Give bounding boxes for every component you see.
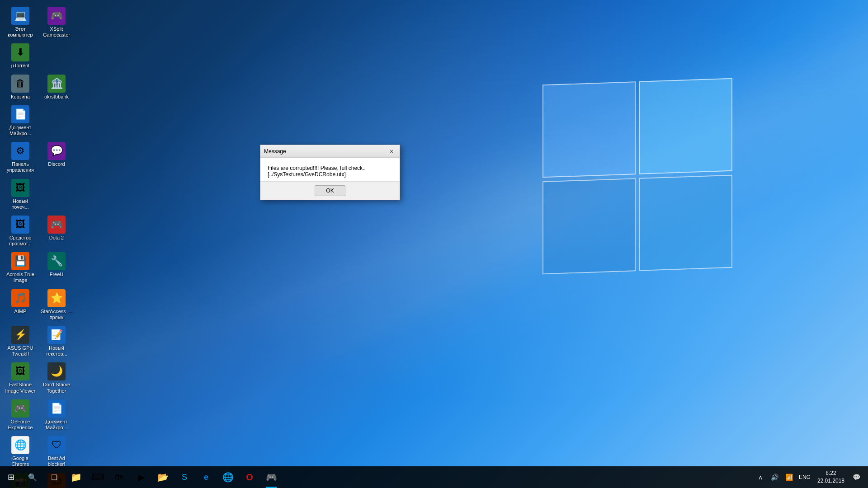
icon-geforce[interactable]: 🎮 GeForceExperience xyxy=(2,397,38,433)
xsplit-icon: 🎮 xyxy=(47,7,66,25)
acronis-label: Acronis TrueImage xyxy=(6,272,34,283)
notification-button[interactable]: 💬 xyxy=(849,466,863,488)
staraccess-label: StarAccess —ярлык xyxy=(41,309,72,320)
icon-discord[interactable]: 💬 Discord xyxy=(38,140,75,175)
google-chrome-icon: 🌐 xyxy=(11,436,29,454)
doc-microsoft-2-icon: 📄 xyxy=(47,399,66,418)
aimp-label: AIMP xyxy=(14,309,27,314)
desktop: 💻 Этоткомпьютер 🎮 XSplitGamecaster ⬇ µTo… xyxy=(0,0,868,488)
asus-gpu-icon: ⚡ xyxy=(11,326,29,344)
taskbar-store[interactable]: 🛍 xyxy=(108,466,130,488)
korzina-label: Корзина xyxy=(11,94,30,100)
icon-novyi-tekstov[interactable]: 📝 Новыйтекстов... xyxy=(38,324,75,359)
etot-kompyuter-icon: 💻 xyxy=(11,7,29,25)
panel-icon: ⚙ xyxy=(11,142,29,160)
tray-volume[interactable]: 🔊 xyxy=(768,466,782,488)
sredstvo-icon: 🖼 xyxy=(11,216,29,234)
novyi-tochec-label: Новыйточеч... xyxy=(12,198,28,210)
doc-microsoft-1-icon: 📄 xyxy=(11,105,29,123)
taskbar: ⊞ 🔍 ❑ 📁 ⌨ 🛍 ▶ 📂 S e 🌐 O 🎮 ∧ 🔊 📶 ENG 8:22… xyxy=(0,466,868,488)
taskbar-lang[interactable]: ENG xyxy=(797,474,813,480)
icon-google-chrome[interactable]: 🌐 GoogleChrome xyxy=(2,434,38,469)
icon-utorrent[interactable]: ⬇ µTorrent xyxy=(2,41,38,71)
dont-starve-icon: 🌙 xyxy=(47,362,66,380)
faststone-icon: 🖼 xyxy=(11,362,29,380)
best-ad-blocker-label: Best Adblocker! xyxy=(48,455,66,467)
acronis-icon: 💾 xyxy=(11,252,29,270)
taskbar-files[interactable]: 📂 xyxy=(152,466,174,488)
icon-aimp[interactable]: 🎵 AIMP xyxy=(2,287,38,323)
faststone-label: FastStoneImage Viewer xyxy=(5,382,35,394)
freeu-icon: 🔧 xyxy=(47,252,66,270)
icon-acronis[interactable]: 💾 Acronis TrueImage xyxy=(2,250,38,286)
dialog-message: Files are corrupted!!!! Please, full che… xyxy=(268,165,366,178)
icon-etot-kompyuter[interactable]: 💻 Этоткомпьютер xyxy=(2,5,38,40)
taskbar-chrome[interactable]: 🌐 xyxy=(217,466,239,488)
message-dialog: Message × Files are corrupted!!!! Please… xyxy=(260,145,400,200)
google-chrome-label: GoogleChrome xyxy=(11,455,29,467)
dota2-icon: 🎮 xyxy=(47,216,66,234)
etot-kompyuter-label: Этоткомпьютер xyxy=(8,26,33,38)
discord-icon: 💬 xyxy=(47,142,66,160)
dialog-ok-button[interactable]: OK xyxy=(315,185,345,196)
icon-staraccess[interactable]: ⭐ StarAccess —ярлык xyxy=(38,287,75,323)
icon-sredstvo[interactable]: 🖼 Средствопросмот... xyxy=(2,213,38,249)
taskbar-media[interactable]: ▶ xyxy=(130,466,152,488)
icon-asus-gpu[interactable]: ⚡ ASUS GPUTweakII xyxy=(2,324,38,359)
novyi-tekstov-icon: 📝 xyxy=(47,326,66,344)
taskbar-code[interactable]: ⌨ xyxy=(87,466,108,488)
novyi-tekstov-label: Новыйтекстов... xyxy=(46,345,67,357)
icon-faststone[interactable]: 🖼 FastStoneImage Viewer xyxy=(2,360,38,396)
tray-chevron[interactable]: ∧ xyxy=(753,466,768,488)
icon-dont-starve[interactable]: 🌙 Don't StarveTogether xyxy=(38,360,75,396)
dialog-body: Files are corrupted!!!! Please, full che… xyxy=(260,158,400,181)
doc-microsoft-1-label: ДокументМайкро... xyxy=(9,125,32,136)
utorrent-icon: ⬇ xyxy=(11,43,29,61)
icon-freeu[interactable]: 🔧 FreeU xyxy=(38,250,75,286)
korzina-icon: 🗑 xyxy=(11,75,29,93)
desktop-icons: 💻 Этоткомпьютер 🎮 XSplitGamecaster ⬇ µTo… xyxy=(0,0,90,361)
icon-doc-microsoft-1[interactable]: 📄 ДокументМайкро... xyxy=(2,103,38,139)
clock-time: 8:22 xyxy=(826,469,836,477)
icon-ukrstbbank[interactable]: 🏦 ukrstbbank xyxy=(38,72,75,102)
ukrstbbank-label: ukrstbbank xyxy=(44,94,69,100)
staraccess-icon: ⭐ xyxy=(47,289,66,307)
dota2-label: Dota 2 xyxy=(49,235,64,241)
dont-starve-label: Don't StarveTogether xyxy=(43,382,70,394)
icon-novyi-tochec[interactable]: 🖼 Новыйточеч... xyxy=(2,177,38,212)
taskbar-steam-active[interactable]: 🎮 xyxy=(260,466,282,488)
task-view-button[interactable]: ❑ xyxy=(43,466,65,488)
dialog-close-button[interactable]: × xyxy=(387,147,396,156)
novyi-tochec-icon: 🖼 xyxy=(11,179,29,197)
taskbar-edge[interactable]: e xyxy=(195,466,217,488)
taskbar-tray: ∧ 🔊 📶 ENG 8:22 22.01.2018 💬 xyxy=(749,466,868,488)
icon-panel[interactable]: ⚙ Панельуправления xyxy=(2,140,38,175)
best-ad-blocker-icon: 🛡 xyxy=(47,436,66,454)
taskbar-explorer[interactable]: 📁 xyxy=(65,466,87,488)
icon-doc-microsoft-2[interactable]: 📄 ДокументМайкро... xyxy=(38,397,75,433)
sredstvo-label: Средствопросмот... xyxy=(9,235,32,247)
aimp-icon: 🎵 xyxy=(11,289,29,307)
icon-xsplit[interactable]: 🎮 XSplitGamecaster xyxy=(38,5,75,40)
icon-korzina[interactable]: 🗑 Корзина xyxy=(2,72,38,102)
dialog-title: Message xyxy=(264,148,286,155)
utorrent-label: µTorrent xyxy=(11,63,30,69)
taskbar-skype[interactable]: S xyxy=(174,466,195,488)
discord-label: Discord xyxy=(48,161,65,167)
icon-best-ad-blocker[interactable]: 🛡 Best Adblocker! xyxy=(38,434,75,469)
dialog-footer: OK xyxy=(260,181,400,200)
tray-network[interactable]: 📶 xyxy=(782,466,797,488)
taskbar-clock[interactable]: 8:22 22.01.2018 xyxy=(813,466,849,488)
search-button[interactable]: 🔍 xyxy=(22,466,43,488)
icon-dota2[interactable]: 🎮 Dota 2 xyxy=(38,213,75,249)
taskbar-opera[interactable]: O xyxy=(239,466,260,488)
dialog-titlebar: Message × xyxy=(260,145,400,158)
asus-gpu-label: ASUS GPUTweakII xyxy=(8,345,33,357)
freeu-label: FreeU xyxy=(50,272,64,277)
xsplit-label: XSplitGamecaster xyxy=(43,26,70,38)
windows-logo xyxy=(542,81,732,271)
start-button[interactable]: ⊞ xyxy=(0,466,22,488)
clock-date: 22.01.2018 xyxy=(817,477,844,485)
panel-label: Панельуправления xyxy=(7,161,34,173)
geforce-icon: 🎮 xyxy=(11,399,29,418)
